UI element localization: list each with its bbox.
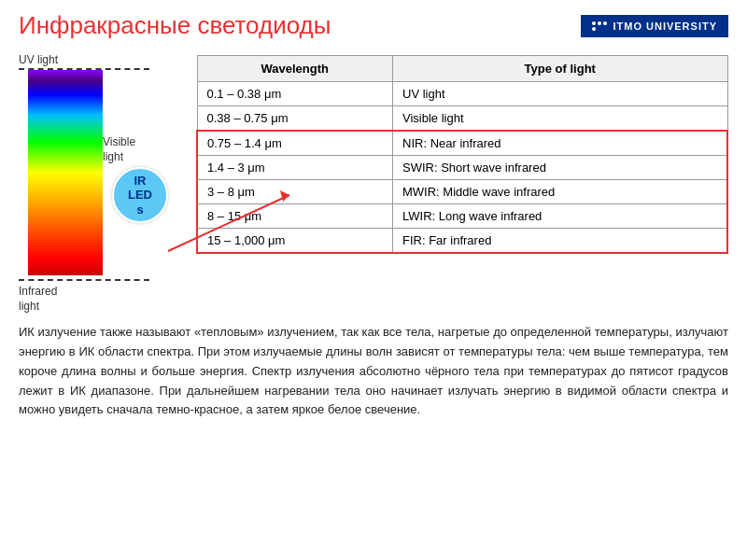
type-cell: FIR: Far infrared [393,229,727,254]
wavelength-cell: 0.75 – 1.4 μm [197,131,393,156]
table-row: 3 – 8 μmMWIR: Middle wave infrared [197,180,727,204]
wavelength-cell: 0.1 – 0.38 μm [197,82,393,106]
page-title: Инфракрасные светодиоды [19,11,331,40]
visible-label: Visiblelight [103,135,135,164]
uv-label: UV light [19,53,187,66]
main-content: UV light Visiblelight Infraredlight IRLE… [0,46,747,314]
table-area: Wavelength Type of light 0.1 – 0.38 μmUV… [196,46,728,314]
table-row: 0.75 – 1.4 μmNIR: Near infrared [197,131,727,156]
col-wavelength: Wavelength [197,56,393,82]
type-cell: NIR: Near infrared [393,131,727,156]
table-row: 0.1 – 0.38 μmUV light [197,82,727,106]
header: Инфракрасные светодиоды ITMO UNIVERSITY [0,0,747,46]
ir-led-circle: IRLEDs [112,167,168,223]
logo-text: ITMO UNIVERSITY [613,21,717,32]
logo: ITMO UNIVERSITY [581,15,728,37]
infrared-dashed-line [19,279,149,281]
col-type: Type of light [393,56,727,82]
wavelength-cell: 3 – 8 μm [197,180,393,204]
wavelength-cell: 1.4 – 3 μm [197,156,393,180]
spectrum-bar [28,70,103,275]
table-row: 1.4 – 3 μmSWIR: Short wave infrared [197,156,727,180]
wavelength-table: Wavelength Type of light 0.1 – 0.38 μmUV… [196,55,728,254]
infrared-label: Infraredlight [19,285,187,314]
type-cell: UV light [393,82,727,106]
wavelength-cell: 0.38 – 0.75 μm [197,106,393,132]
table-row: 8 – 15 μmLWIR: Long wave infrared [197,204,727,229]
type-cell: LWIR: Long wave infrared [393,204,727,229]
description-paragraph: ИК излучение также называют «тепловым» и… [0,314,747,420]
type-cell: MWIR: Middle wave infrared [393,180,727,204]
table-row: 0.38 – 0.75 μmVisible light [197,106,727,132]
wavelength-cell: 15 – 1,000 μm [197,229,393,254]
spectrum-area: UV light Visiblelight Infraredlight IRLE… [19,46,187,314]
type-cell: SWIR: Short wave infrared [393,156,727,180]
table-row: 15 – 1,000 μmFIR: Far infrared [197,229,727,254]
type-cell: Visible light [393,106,727,132]
logo-dots-icon [592,21,607,31]
wavelength-cell: 8 – 15 μm [197,204,393,229]
